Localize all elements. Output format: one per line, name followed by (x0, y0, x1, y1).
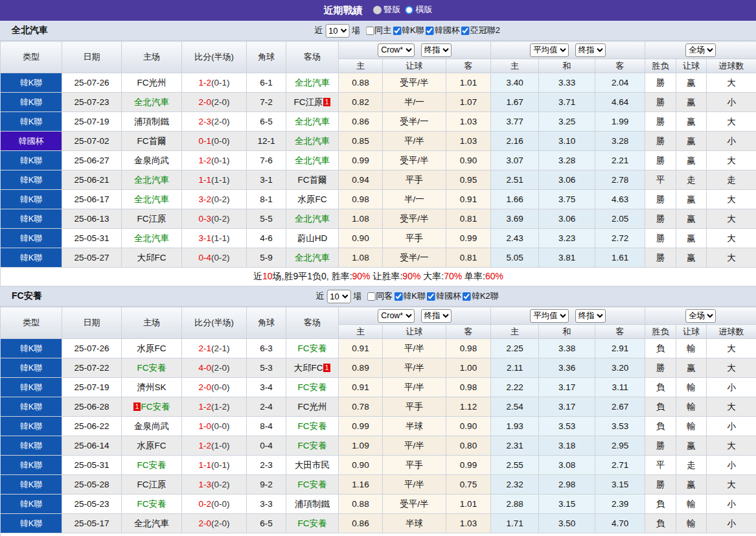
avg-source-select[interactable]: 平均值 (530, 43, 569, 57)
table-row: 韓K聯25-07-26水原FC2-1(2-1)6-3FC安養0.91平/半0.9… (1, 339, 756, 358)
away-odds-cell: 1.03 (446, 112, 491, 132)
layout-radio-1[interactable]: 豎版 (373, 4, 401, 16)
halftime-score: (1-0) (211, 441, 230, 450)
home-odds-cell: 0.90 (339, 229, 383, 248)
avg-home-cell: 1.93 (491, 417, 539, 436)
layout-radio-2[interactable]: 橫版 (405, 4, 433, 16)
team-name: 全北汽車 (134, 519, 169, 528)
summary-text: 单率: (462, 271, 485, 281)
corner-cell: 12-1 (247, 132, 286, 151)
league-checkbox-label: 韓國杯 (435, 25, 460, 36)
col-header-home: 主场 (122, 307, 182, 339)
league-type-cell: 韓K聯 (1, 495, 62, 514)
table-row: 韓K聯25-05-28FC江原1-3(0-2)9-2FC安養1.16平/半0.7… (1, 475, 756, 495)
avg-home-cell: 5.05 (491, 248, 539, 268)
games-label: 場 (353, 290, 361, 302)
subcol-header-avg-away: 客 (595, 325, 645, 339)
away-odds-cell: 0.99 (446, 456, 491, 475)
avg-draw-cell: 3.25 (539, 112, 595, 132)
radio-label: 豎版 (384, 4, 401, 16)
scope-select[interactable]: 全场 (685, 43, 716, 57)
avg-away-cell: 3.28 (595, 132, 645, 151)
team-name: FC安養 (298, 519, 327, 528)
col-header-date: 日期 (62, 41, 122, 73)
away-team-cell: FC安養 (286, 514, 339, 533)
avg-source-select[interactable]: 平均值 (530, 309, 569, 323)
away-odds-cell: 0.98 (446, 339, 491, 358)
avg-home-cell: 3.07 (491, 151, 539, 170)
league-checkbox[interactable] (426, 27, 434, 35)
away-odds-cell: 0.91 (446, 190, 491, 209)
home-team-cell: FC安養 (122, 495, 182, 514)
avg-draw-cell: 3.71 (539, 93, 595, 112)
same-venue-checkbox[interactable] (365, 27, 374, 35)
team-name: FC安養 (298, 344, 327, 353)
summary-text: 10 (262, 271, 273, 281)
odds-source-select[interactable]: Crow* (378, 309, 415, 323)
avg-draw-cell: 2.98 (539, 475, 595, 495)
goals-result-cell: 大 (707, 112, 756, 132)
team-name: 蔚山HD (297, 233, 328, 243)
recent-count-select[interactable]: 10 (326, 290, 350, 303)
goals-result-cell: 小 (707, 378, 756, 397)
league-checkbox[interactable] (463, 292, 471, 301)
corner-cell: 5-3 (247, 358, 286, 378)
home-team-cell: 全北汽車 (122, 170, 182, 190)
corner-cell: 0-4 (247, 436, 286, 456)
avg-away-cell: 2.71 (595, 456, 645, 475)
match-result-cell: 勝 (645, 93, 676, 112)
match-date-cell: 25-07-23 (62, 93, 122, 112)
score-cell: 2-0(2-0) (182, 93, 247, 112)
goals-result-cell: 大 (707, 248, 756, 268)
handicap-cell: 平/半 (383, 378, 446, 397)
table-row: 韓K聯25-06-281FC安養1-2(1-2)2-4FC光州0.78平手1.1… (1, 397, 756, 417)
away-odds-cell: 0.95 (446, 170, 491, 190)
odds-source-select[interactable]: Crow* (378, 43, 415, 57)
avg-away-cell: 3.20 (595, 358, 645, 378)
team-name: 全北汽車 (295, 136, 330, 146)
league-checkbox[interactable] (461, 27, 470, 35)
subcol-header-result: 胜负 (645, 325, 676, 339)
same-venue-checkbox[interactable] (367, 292, 375, 301)
corner-cell: 3-4 (247, 378, 286, 397)
fulltime-score: 0-1 (198, 136, 211, 146)
halftime-score: (1-1) (211, 175, 230, 185)
match-date-cell: 25-05-23 (62, 495, 122, 514)
home-team-cell: FC安養 (122, 456, 182, 475)
radio-checked-icon (405, 6, 413, 14)
home-team-cell: FC首爾 (122, 132, 182, 151)
avg-home-cell: 1.66 (491, 190, 539, 209)
goals-result-cell: 大 (707, 436, 756, 456)
subcol-header-handicap: 让球 (383, 59, 446, 73)
match-result-cell: 勝 (645, 73, 676, 93)
section-header: FC安養 近 10 場 同客 韓K聯韓國杯韓K2聯 (0, 286, 756, 307)
avg-home-cell: 2.31 (491, 436, 539, 456)
col-header-away: 客场 (286, 307, 339, 339)
table-row: 韓K聯25-05-23FC安養0-2(0-0)3-3浦項制鐵0.88受平/半1.… (1, 495, 756, 514)
league-checkbox[interactable] (393, 27, 401, 35)
page-title: 近期戰績 (324, 5, 363, 17)
away-odds-cell: 0.80 (446, 436, 491, 456)
scope-select[interactable]: 全场 (685, 309, 716, 323)
home-team-cell: FC江原 (122, 475, 182, 495)
fulltime-score: 1-2 (198, 156, 211, 165)
score-cell: 2-0(2-0) (182, 514, 247, 533)
handicap-result-cell: 赢 (676, 358, 707, 378)
avg-away-cell: 2.39 (595, 495, 645, 514)
recent-count-select[interactable]: 10 (325, 24, 349, 38)
avg-kind-select[interactable]: 终指 (575, 309, 606, 323)
league-checkbox[interactable] (394, 292, 402, 301)
matches-tbody: 韓K聯25-07-26FC光州1-2(0-1)6-1全北汽車0.88受平/半1.… (1, 73, 756, 268)
subcol-header-home-odds: 主 (339, 325, 383, 339)
odds-kind-select[interactable]: 终指 (421, 309, 452, 323)
fulltime-score: 2-0 (198, 97, 211, 107)
score-cell: 1-3(0-2) (182, 475, 247, 495)
handicap-cell: 受半/一 (383, 248, 446, 268)
avg-kind-select[interactable]: 终指 (575, 43, 606, 57)
away-team-cell: 全北汽車 (286, 209, 339, 229)
odds-kind-select[interactable]: 终指 (421, 43, 452, 57)
league-checkbox[interactable] (427, 292, 435, 301)
match-date-cell: 25-06-21 (62, 170, 122, 190)
subcol-header-goals: 进球数 (707, 325, 756, 339)
avg-away-cell: 3.15 (595, 475, 645, 495)
